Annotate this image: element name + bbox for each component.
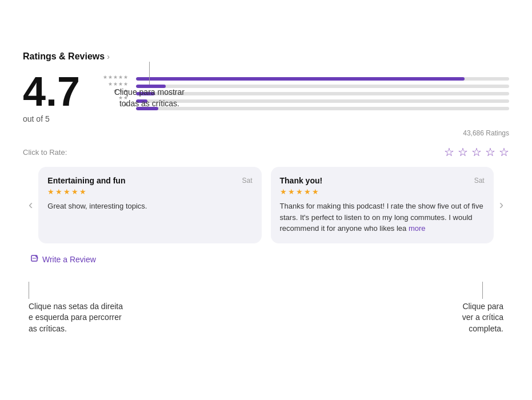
tooltip-line <box>149 62 150 85</box>
ratings-reviews-title: Ratings & Reviews <box>23 51 105 62</box>
rate-stars[interactable]: ☆ ☆ ☆ ☆ ☆ <box>444 145 509 159</box>
annotation-right-line1: Clique para <box>462 302 503 311</box>
rate-star-4[interactable]: ☆ <box>485 145 495 159</box>
review-title-row-2: Thank you! Sat <box>280 176 485 185</box>
review-star-2-5: ★ <box>312 187 319 196</box>
bar-row-1 <box>136 106 509 111</box>
header-chevron-icon: › <box>107 52 110 61</box>
annotation-left-line2: e esquerda para percorrer <box>29 313 122 322</box>
star-s2: ★ <box>108 74 113 80</box>
review-star-2-1: ★ <box>280 187 287 196</box>
review-body-1: Great show, interesting topics. <box>47 201 252 212</box>
review-star-1-4: ★ <box>71 187 78 196</box>
rate-star-1[interactable]: ☆ <box>444 145 454 159</box>
tooltip-line1: Clique para mostrar <box>114 87 185 97</box>
rating-section: 4.7 out of 5 ★ ★ ★ ★ ★ ★ ★ ★ ★ ★ ★ ★ <box>23 71 509 123</box>
bar-track-5 <box>136 77 509 81</box>
reviews-container: Entertaining and fun Sat ★ ★ ★ ★ ★ Great… <box>38 167 493 243</box>
review-star-1-3: ★ <box>63 187 70 196</box>
bar-row-4 <box>136 84 509 89</box>
ratings-reviews-header[interactable]: Ratings & Reviews › <box>23 51 509 62</box>
review-body-text-2: Thanks for making this podcast! I rate t… <box>280 202 483 233</box>
review-title-2: Thank you! <box>280 176 323 185</box>
click-to-rate[interactable]: Click to Rate: ☆ ☆ ☆ ☆ ☆ <box>23 145 509 159</box>
write-review-icon <box>31 255 39 265</box>
bar-track-1 <box>136 107 509 110</box>
annotation-left-line1: Clique nas setas da direita <box>29 302 123 311</box>
annotation-right: Clique para ver a crítica completa. <box>462 301 503 335</box>
bottom-annotations: Clique nas setas da direita e esquerda p… <box>23 282 509 335</box>
bar-row-5 <box>136 77 509 81</box>
bars-chart <box>136 77 509 111</box>
review-star-2-2: ★ <box>288 187 295 196</box>
tooltip-line2: todas as críticas. <box>119 99 179 108</box>
rating-number: 4.7 <box>23 71 103 112</box>
review-title-1: Entertaining and fun <box>47 176 125 185</box>
bar-track-3 <box>136 92 509 95</box>
bar-row-3 <box>136 91 509 96</box>
review-date-2: Sat <box>474 177 485 185</box>
write-review-link[interactable]: Write a Review <box>42 255 96 264</box>
annotation-right-line3: completa. <box>469 324 503 333</box>
arrow-right[interactable]: › <box>494 198 509 213</box>
rate-star-5[interactable]: ☆ <box>499 145 509 159</box>
star-s1: ★ <box>108 81 113 87</box>
rate-star-2[interactable]: ☆ <box>458 145 468 159</box>
ratings-count: 43,686 Ratings <box>23 129 509 137</box>
annotation-right-line <box>482 282 483 299</box>
write-review[interactable]: Write a Review <box>31 255 509 265</box>
annotation-left-wrapper: Clique nas setas da direita e esquerda p… <box>29 282 123 335</box>
reviews-carousel: ‹ Entertaining and fun Sat ★ ★ ★ ★ ★ Gre… <box>23 167 509 243</box>
review-star-1-1: ★ <box>47 187 54 196</box>
bar-row-2 <box>136 99 509 103</box>
review-stars-1: ★ ★ ★ ★ ★ <box>47 187 252 196</box>
big-rating: 4.7 out of 5 <box>23 71 103 123</box>
bar-fill-5 <box>136 77 465 81</box>
annotation-left-line3: as críticas. <box>29 324 67 333</box>
review-body-2: Thanks for making this podcast! I rate t… <box>280 201 485 234</box>
review-more-link[interactable]: more <box>409 224 426 233</box>
rate-star-3[interactable]: ☆ <box>471 145 482 159</box>
annotation-right-line2: ver a crítica <box>462 313 503 322</box>
annotation-left: Clique nas setas da direita e esquerda p… <box>29 301 123 335</box>
bar-track-4 <box>136 85 509 88</box>
tooltip-top: Clique para mostrar todas as críticas. <box>114 62 185 109</box>
annotation-right-wrapper: Clique para ver a crítica completa. <box>462 282 503 335</box>
review-card-2[interactable]: Thank you! Sat ★ ★ ★ ★ ★ Thanks for maki… <box>271 167 494 243</box>
review-star-1-2: ★ <box>55 187 62 196</box>
star-s1: ★ <box>103 74 107 80</box>
review-date-1: Sat <box>242 177 252 185</box>
review-star-1-5: ★ <box>79 187 86 196</box>
review-star-2-3: ★ <box>296 187 303 196</box>
rating-out-of: out of 5 <box>23 114 103 123</box>
annotation-left-line <box>29 282 29 299</box>
review-star-2-4: ★ <box>304 187 311 196</box>
bar-track-2 <box>136 99 509 103</box>
click-to-rate-label: Click to Rate: <box>23 148 67 157</box>
review-card-1[interactable]: Entertaining and fun Sat ★ ★ ★ ★ ★ Great… <box>38 167 261 243</box>
arrow-left[interactable]: ‹ <box>23 198 38 213</box>
tooltip-top-text: Clique para mostrar todas as críticas. <box>114 87 185 108</box>
review-stars-2: ★ ★ ★ ★ ★ <box>280 187 485 196</box>
review-title-row-1: Entertaining and fun Sat <box>47 176 252 185</box>
